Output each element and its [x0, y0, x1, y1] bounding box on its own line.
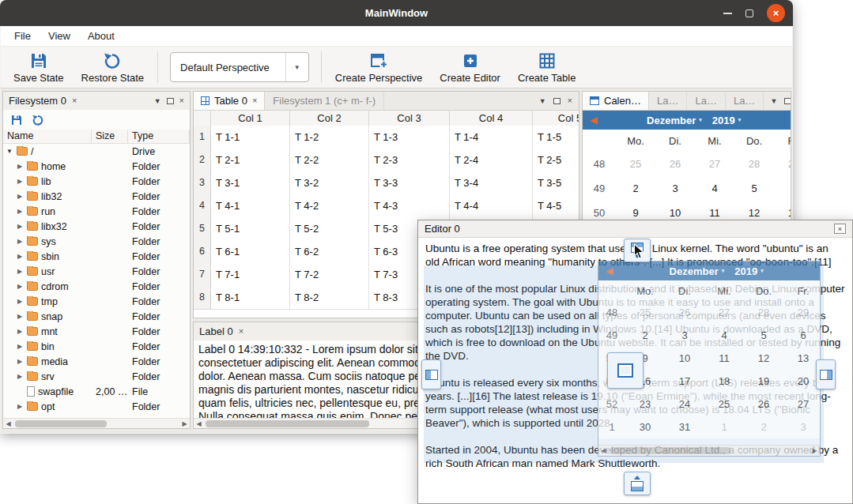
column-header[interactable]: Col 4 [450, 111, 533, 126]
dock-drop-bottom-indicator[interactable] [624, 472, 651, 495]
year-dropdown-icon[interactable]: ▾ [738, 117, 742, 123]
table-cell[interactable]: T 5-2 [290, 217, 369, 241]
tab-label-dock[interactable]: La… [649, 92, 687, 110]
dock-close-icon[interactable]: × [179, 96, 184, 105]
tree-row[interactable]: lib Folder [3, 174, 190, 189]
table-cell[interactable]: T 8-2 [290, 286, 369, 310]
expander-icon[interactable] [16, 223, 24, 230]
calendar-day[interactable]: 26 [655, 158, 695, 170]
editor-close-button[interactable]: × [834, 224, 846, 234]
table-cell[interactable]: T 2-5 [533, 149, 579, 172]
row-header[interactable]: 6 [194, 240, 211, 264]
perspective-select[interactable]: Default Perspective ▼ [170, 52, 309, 82]
dock-drop-right-indicator[interactable] [816, 359, 836, 389]
expander-icon[interactable] [16, 163, 24, 170]
dock-close-icon[interactable]: × [568, 96, 572, 105]
tree-row[interactable]: tmp Folder [3, 294, 190, 309]
column-header[interactable]: Col 5 [533, 111, 579, 126]
dock-menu-icon[interactable]: ▼ [539, 97, 546, 105]
tree-row[interactable]: sbin Folder [3, 249, 190, 264]
table-cell[interactable]: T 4-3 [369, 194, 450, 218]
tab-calendar[interactable]: Calen… [583, 92, 649, 110]
expander-icon[interactable] [16, 178, 24, 185]
expander-icon[interactable] [16, 298, 24, 305]
menu-item[interactable]: File [6, 28, 40, 44]
tree-row[interactable]: media Folder [3, 354, 190, 369]
calendar-day[interactable]: 6 [774, 182, 791, 194]
scroll-left-icon[interactable]: ◀ [3, 420, 13, 427]
horizontal-scrollbar[interactable]: ◀ ▶ [3, 418, 190, 428]
tree-row[interactable]: cdrom Folder [3, 279, 190, 294]
scroll-right-icon[interactable]: ▶ [179, 420, 190, 427]
expander-icon[interactable] [16, 283, 24, 290]
table-cell[interactable]: T 3-1 [211, 171, 290, 195]
table-cell[interactable]: T 1-3 [369, 126, 450, 149]
calendar-day[interactable]: 4 [695, 182, 734, 194]
table-cell[interactable]: T 6-2 [290, 240, 369, 264]
table-cell[interactable]: T 2-3 [369, 149, 450, 172]
table-cell[interactable]: T 3-4 [450, 171, 533, 195]
expander-icon[interactable] [16, 208, 24, 215]
expander-icon[interactable] [16, 373, 24, 380]
expander-icon[interactable] [16, 253, 24, 260]
scrollbar-handle[interactable] [15, 420, 107, 427]
table-cell[interactable]: T 2-2 [290, 149, 369, 172]
scroll-left-icon[interactable]: ◀ [194, 420, 204, 427]
tree-row[interactable]: swapfile 2,00 … File [3, 384, 190, 399]
dock-drop-left-indicator[interactable] [421, 359, 441, 389]
table-cell[interactable]: T 5-1 [211, 217, 290, 241]
calendar-day[interactable]: 28 [734, 158, 774, 170]
tab-filesystem-1[interactable]: Filesystem 1 (c+ m- f-) [265, 92, 384, 110]
table-cell[interactable]: T 1-5 [533, 126, 579, 149]
tree-row[interactable]: sys Folder [3, 234, 190, 249]
calendar-day[interactable]: 9 [616, 207, 655, 219]
column-header-type[interactable]: Type [128, 130, 190, 143]
scrollbar-handle[interactable] [206, 420, 369, 427]
expander-icon[interactable] [16, 193, 24, 200]
table-cell[interactable]: T 1-4 [450, 126, 533, 149]
filesystem-dock-titlebar[interactable]: Filesystem 0 × ▼ × [3, 92, 190, 110]
table-cell[interactable]: T 8-1 [211, 286, 290, 310]
create-editor-button[interactable]: Create Editor [432, 50, 508, 85]
column-header-name[interactable]: Name [3, 130, 92, 143]
table-cell[interactable]: T 4-1 [211, 194, 290, 218]
table-cell[interactable]: T 6-1 [211, 240, 290, 264]
column-header-size[interactable]: Size [92, 130, 128, 143]
calendar-day[interactable]: 13 [774, 207, 791, 219]
calendar-month[interactable]: Dezember [647, 115, 696, 126]
table-cell[interactable]: T 1-1 [211, 126, 290, 149]
create-table-button[interactable]: Create Table [510, 50, 583, 85]
expander-icon[interactable] [16, 343, 24, 350]
tab-close-icon[interactable]: × [72, 96, 77, 105]
month-dropdown-icon[interactable]: ▾ [699, 117, 702, 123]
menu-item[interactable]: View [40, 28, 79, 44]
expander-icon[interactable] [16, 358, 24, 365]
tab-close-icon[interactable]: × [252, 96, 257, 105]
expander-icon[interactable] [16, 328, 24, 335]
dock-float-icon[interactable] [784, 98, 791, 104]
row-header[interactable]: 5 [194, 217, 211, 241]
chevron-down-icon[interactable]: ▼ [285, 53, 308, 81]
tree-row[interactable]: opt Folder [3, 399, 190, 414]
close-button[interactable]: × [767, 4, 785, 22]
table-cell[interactable]: T 7-2 [290, 263, 369, 287]
calendar-year[interactable]: 2019 [712, 115, 735, 126]
column-header[interactable]: Col 1 [211, 111, 290, 126]
calendar-day[interactable]: 2 [616, 182, 655, 194]
tree-row[interactable]: home Folder [3, 159, 190, 174]
tree-row[interactable]: / Drive [3, 144, 190, 159]
restore-state-button[interactable]: Restore State [74, 50, 153, 85]
calendar-day[interactable]: 25 [616, 158, 655, 170]
column-header[interactable]: Col 3 [369, 111, 450, 126]
table-cell[interactable]: T 2-4 [450, 149, 533, 172]
row-header[interactable]: 1 [194, 126, 211, 149]
calendar-day[interactable]: 5 [734, 182, 774, 194]
calendar-day[interactable]: 27 [695, 158, 734, 170]
tree-row[interactable]: libx32 Folder [3, 219, 190, 234]
tree-row[interactable]: bin Folder [3, 339, 190, 354]
table-cell[interactable]: T 3-2 [290, 171, 369, 195]
tree-row[interactable]: usr Folder [3, 264, 190, 279]
expander-icon[interactable] [16, 238, 24, 245]
expander-icon[interactable] [16, 403, 24, 410]
calendar-day[interactable]: 10 [655, 207, 695, 219]
